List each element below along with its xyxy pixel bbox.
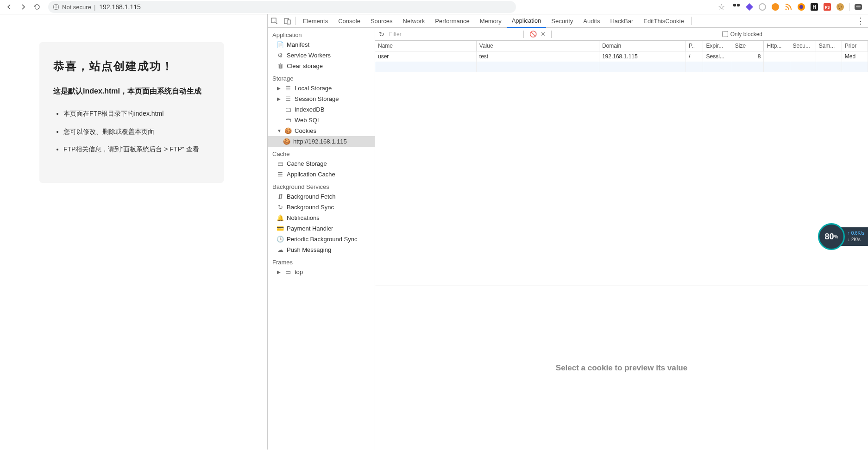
cookie-preview: Select a cookie to preview its value [375, 286, 868, 450]
tab-network[interactable]: Network [398, 14, 430, 28]
storage-icon: ☰ [277, 171, 283, 178]
sidebar-item-bg-fetch[interactable]: ⇵Background Fetch [268, 191, 375, 202]
sidebar-item-indexeddb[interactable]: 🗃IndexedDB [268, 104, 375, 115]
cookies-table[interactable]: NameValueDomainP..Expir...SizeHttp...Sec… [375, 41, 868, 286]
svg-point-7 [772, 3, 779, 11]
sidebar-section-cache: Cache [268, 147, 375, 158]
col-header[interactable]: Domain [599, 41, 686, 51]
col-header[interactable]: Value [476, 41, 599, 51]
tab-sources[interactable]: Sources [365, 14, 398, 28]
page-subtitle: 这是默认index.html，本页面由系统自动生成 [53, 85, 210, 97]
sidebar-item-cache-storage[interactable]: 🗃Cache Storage [268, 158, 375, 169]
tab-security[interactable]: Security [546, 14, 578, 28]
database-icon: 🗃 [277, 161, 283, 167]
page-content: 恭喜，站点创建成功！ 这是默认index.html，本页面由系统自动生成 本页面… [0, 14, 267, 450]
file-icon: 📄 [277, 42, 283, 48]
filter-input[interactable] [388, 30, 518, 38]
close-icon[interactable]: ✕ [541, 31, 546, 38]
table-row[interactable] [375, 62, 868, 72]
tab-application[interactable]: Application [507, 14, 547, 28]
clear-icon[interactable]: 🚫 [529, 31, 537, 38]
reload-button[interactable] [31, 1, 43, 12]
forward-button[interactable] [18, 1, 29, 12]
tab-console[interactable]: Console [333, 14, 365, 28]
ext-icon-2[interactable] [745, 3, 754, 11]
sidebar-item-clear-storage[interactable]: 🗑Clear storage [268, 61, 375, 71]
sidebar-item-notifications[interactable]: 🔔Notifications [268, 212, 375, 223]
ext-icon-4[interactable] [771, 3, 780, 11]
sidebar-item-push[interactable]: ☁Push Messaging [268, 244, 375, 255]
extension-icons: ☆ H F3 [718, 2, 864, 12]
ext-icon-1[interactable] [732, 3, 741, 11]
speed-widget[interactable]: 80% ↑ 0.6K/s ↓ 2K/s [818, 223, 868, 250]
sidebar-item-local-storage[interactable]: ▶☰Local Storage [268, 83, 375, 94]
ext-icon-6[interactable] [797, 3, 805, 11]
star-icon[interactable]: ☆ [718, 2, 725, 12]
inspect-icon[interactable] [268, 14, 281, 27]
list-item: 本页面在FTP根目录下的index.html [63, 108, 210, 119]
sidebar-section-frames: Frames [268, 255, 375, 267]
ext-icon-8[interactable]: F3 [823, 3, 831, 11]
storage-icon: ☰ [285, 96, 291, 102]
tab-memory[interactable]: Memory [475, 14, 507, 28]
table-row[interactable]: usertest192.168.1.115/Sessi...8Med [375, 51, 868, 62]
sidebar-item-session-storage[interactable]: ▶☰Session Storage [268, 94, 375, 104]
device-icon[interactable] [281, 14, 294, 27]
col-header[interactable]: Prior [842, 41, 868, 51]
sidebar-section-bg: Background Services [268, 180, 375, 191]
sidebar-item-service-workers[interactable]: ⚙Service Workers [268, 50, 375, 61]
tab-editthiscookie[interactable]: EditThisCookie [638, 14, 689, 28]
svg-text:H: H [812, 5, 816, 10]
back-button[interactable] [4, 1, 15, 12]
sidebar-section-application: Application [268, 28, 375, 39]
url-text: 192.168.1.115 [99, 3, 141, 11]
only-blocked-checkbox[interactable]: Only blocked [722, 31, 762, 38]
tab-audits[interactable]: Audits [578, 14, 605, 28]
sidebar-item-periodic-sync[interactable]: 🕒Periodic Background Sync [268, 234, 375, 244]
sidebar-item-manifest[interactable]: 📄Manifest [268, 39, 375, 50]
svg-rect-20 [856, 6, 861, 7]
rss-icon[interactable] [784, 3, 793, 11]
sidebar-item-top-frame[interactable]: ▶▭top [268, 267, 375, 277]
col-header[interactable]: Size [732, 41, 764, 51]
sidebar-item-cookies[interactable]: ▼🍪Cookies [268, 125, 375, 136]
tab-elements[interactable]: Elements [298, 14, 333, 28]
avatar-icon[interactable] [854, 3, 862, 11]
col-header[interactable]: Sam... [816, 41, 842, 51]
sidebar-item-bg-sync[interactable]: ↻Background Sync [268, 202, 375, 212]
col-header[interactable]: P.. [686, 41, 703, 51]
svg-point-15 [837, 3, 844, 11]
refresh-icon[interactable]: ↻ [379, 31, 384, 38]
cookie-icon: 🍪 [285, 128, 291, 134]
address-bar[interactable]: Not secure | 192.168.1.115 [48, 1, 516, 13]
svg-point-16 [838, 6, 839, 6]
sidebar-item-websql[interactable]: 🗃Web SQL [268, 115, 375, 125]
sidebar-section-storage: Storage [268, 71, 375, 83]
cookie-icon[interactable] [836, 3, 844, 11]
page-title: 恭喜，站点创建成功！ [53, 59, 210, 74]
ext-icon-3[interactable] [758, 3, 767, 11]
download-speed: 2K/s [851, 237, 861, 242]
list-item: 您可以修改、删除或覆盖本页面 [63, 126, 210, 137]
devtools-more-icon[interactable]: ⋮ [853, 16, 868, 26]
sidebar-item-app-cache[interactable]: ☰Application Cache [268, 169, 375, 180]
tab-performance[interactable]: Performance [430, 14, 474, 28]
col-header[interactable]: Expir... [703, 41, 732, 51]
col-header[interactable]: Secu... [790, 41, 816, 51]
col-header[interactable]: Http... [764, 41, 790, 51]
col-header[interactable]: Name [375, 41, 476, 51]
svg-point-10 [799, 5, 803, 9]
fetch-icon: ⇵ [277, 194, 283, 200]
bell-icon: 🔔 [277, 215, 283, 221]
tab-hackbar[interactable]: HackBar [605, 14, 638, 28]
gear-icon: ⚙ [277, 52, 283, 59]
list-item: FTP相关信息，请到"面板系统后台 > FTP" 查看 [63, 144, 210, 154]
sidebar-item-cookie-origin[interactable]: 🍪http://192.168.1.115 [268, 136, 375, 147]
svg-point-2 [56, 5, 57, 6]
svg-rect-4 [737, 4, 740, 6]
cloud-icon: ☁ [277, 247, 283, 253]
ext-icon-7[interactable]: H [810, 3, 818, 11]
cookie-icon: 🍪 [283, 138, 290, 145]
svg-point-8 [786, 9, 787, 10]
sidebar-item-payment[interactable]: 💳Payment Handler [268, 223, 375, 234]
